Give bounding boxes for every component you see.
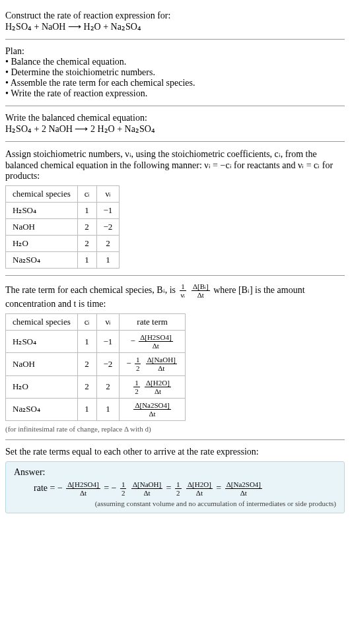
cell: 1 bbox=[77, 331, 96, 353]
frac-den: 2 bbox=[120, 489, 127, 497]
col-header: νᵢ bbox=[96, 314, 120, 331]
divider bbox=[5, 106, 345, 106]
cell: −2 bbox=[96, 219, 120, 236]
fraction: Δ[NaOH] Δt bbox=[131, 480, 162, 497]
frac-den: Δt bbox=[133, 410, 170, 418]
cell: 1 bbox=[96, 252, 120, 269]
plan-item: • Balance the chemical equation. bbox=[5, 57, 345, 67]
cell-rate: 1 2 Δ[H2O] Δt bbox=[120, 375, 185, 398]
sign: − bbox=[126, 358, 131, 368]
frac-den: Δt bbox=[139, 342, 172, 350]
plan-item: • Assemble the rate term for each chemic… bbox=[5, 78, 345, 88]
frac-num: 1 bbox=[135, 356, 141, 364]
balanced-equation: H₂SO₄ + 2 NaOH ⟶ 2 H₂O + Na₂SO₄ bbox=[5, 123, 345, 135]
cell: NaOH bbox=[6, 353, 78, 375]
rate-lead: rate = − bbox=[34, 483, 63, 493]
final-section: Set the rate terms equal to each other t… bbox=[5, 447, 345, 513]
table-row: H₂SO₄ 1 −1 bbox=[6, 203, 120, 219]
plan-heading: Plan: bbox=[5, 46, 345, 57]
cell-rate: Δ[Na2SO4] Δt bbox=[120, 398, 185, 420]
frac-num: Δ[H2O] bbox=[145, 379, 171, 387]
cell: H₂SO₄ bbox=[6, 203, 78, 219]
frac-den: Δt bbox=[145, 387, 171, 395]
fraction: Δ[H2O] Δt bbox=[186, 480, 213, 497]
frac-num: Δ[NaOH] bbox=[131, 480, 162, 489]
cell: 1 bbox=[77, 252, 96, 269]
cell: 1 bbox=[96, 398, 120, 420]
table-row: NaOH 2 −2 bbox=[6, 219, 120, 236]
frac-den: 2 bbox=[135, 364, 141, 372]
table-row: H₂O 2 2 1 2 Δ[H2O] Δt bbox=[6, 375, 186, 398]
table-header-row: chemical species cᵢ νᵢ bbox=[6, 186, 120, 203]
fraction: Δ[Bᵢ] Δt bbox=[192, 282, 210, 299]
cell-rate: − Δ[H2SO4] Δt bbox=[120, 331, 185, 353]
col-header: chemical species bbox=[6, 186, 78, 203]
cell: H₂SO₄ bbox=[6, 331, 78, 353]
frac-den: Δt bbox=[131, 489, 162, 497]
frac-den: Δt bbox=[225, 489, 262, 497]
sign: − bbox=[131, 336, 135, 346]
col-header: νᵢ bbox=[96, 186, 120, 203]
answer-rate-expression: rate = − Δ[H2SO4] Δt = − 1 2 Δ[NaOH] Δt … bbox=[14, 480, 336, 497]
cell: Na₂SO₄ bbox=[6, 252, 78, 269]
answer-note: (assuming constant volume and no accumul… bbox=[14, 499, 336, 507]
col-header: cᵢ bbox=[77, 186, 96, 203]
answer-label: Answer: bbox=[14, 467, 336, 478]
cell: 2 bbox=[77, 375, 96, 398]
frac-num: Δ[NaOH] bbox=[146, 356, 177, 364]
stoich-section: Assign stoichiometric numbers, νᵢ, using… bbox=[5, 148, 345, 269]
cell: −2 bbox=[96, 353, 120, 375]
cell: 2 bbox=[96, 375, 120, 398]
fraction-coef: 1 2 bbox=[120, 480, 127, 497]
fraction: Δ[Na2SO4] Δt bbox=[225, 480, 262, 497]
frac-num: 1 bbox=[120, 480, 127, 489]
plan-section: Plan: • Balance the chemical equation. •… bbox=[5, 46, 345, 99]
frac-num: Δ[Na2SO4] bbox=[133, 401, 170, 410]
divider bbox=[5, 439, 345, 440]
cell: 1 bbox=[77, 398, 96, 420]
table-row: H₂SO₄ 1 −1 − Δ[H2SO4] Δt bbox=[6, 331, 186, 353]
rate-term-text-1: The rate term for each chemical species,… bbox=[5, 285, 178, 295]
equals: = bbox=[166, 483, 174, 493]
final-text: Set the rate terms equal to each other t… bbox=[5, 447, 345, 457]
balanced-heading: Write the balanced chemical equation: bbox=[5, 113, 345, 123]
frac-den: Δt bbox=[66, 489, 100, 497]
fraction-coef: 1 2 bbox=[133, 379, 140, 395]
frac-den: Δt bbox=[186, 489, 213, 497]
frac-den: Δt bbox=[146, 364, 177, 372]
cell: 2 bbox=[77, 353, 96, 375]
stoich-text: Assign stoichiometric numbers, νᵢ, using… bbox=[5, 148, 345, 181]
frac-num: Δ[H2O] bbox=[186, 480, 213, 489]
plan-item: • Write the rate of reaction expression. bbox=[5, 88, 345, 99]
cell: Na₂SO₄ bbox=[6, 398, 78, 420]
plan-item: • Determine the stoichiometric numbers. bbox=[5, 67, 345, 78]
frac-den: 2 bbox=[175, 489, 182, 497]
col-header: chemical species bbox=[6, 314, 78, 331]
cell: 2 bbox=[77, 236, 96, 252]
intro-equation: H₂SO₄ + NaOH ⟶ H₂O + Na₂SO₄ bbox=[5, 21, 345, 32]
intro-section: Construct the rate of reaction expressio… bbox=[5, 11, 345, 32]
table-row: NaOH 2 −2 − 1 2 Δ[NaOH] Δt bbox=[6, 353, 186, 375]
fraction: Δ[Na2SO4] Δt bbox=[133, 401, 170, 418]
frac-den: νᵢ bbox=[180, 291, 187, 299]
fraction: 1 νᵢ bbox=[180, 282, 187, 299]
divider bbox=[5, 39, 345, 40]
frac-num: Δ[Bᵢ] bbox=[192, 282, 210, 291]
col-header: cᵢ bbox=[77, 314, 96, 331]
frac-num: Δ[H2SO4] bbox=[139, 333, 172, 342]
cell: 2 bbox=[96, 236, 120, 252]
stoich-table: chemical species cᵢ νᵢ H₂SO₄ 1 −1 NaOH 2… bbox=[5, 185, 120, 269]
fraction-coef: 1 2 bbox=[175, 480, 182, 497]
frac-num: 1 bbox=[133, 379, 140, 387]
table-row: Na₂SO₄ 1 1 Δ[Na2SO4] Δt bbox=[6, 398, 186, 420]
cell: 1 bbox=[77, 203, 96, 219]
frac-den: 2 bbox=[133, 387, 140, 395]
equals: = − bbox=[104, 483, 116, 493]
cell: H₂O bbox=[6, 375, 78, 398]
cell: H₂O bbox=[6, 236, 78, 252]
cell: −1 bbox=[96, 331, 120, 353]
answer-box: Answer: rate = − Δ[H2SO4] Δt = − 1 2 Δ[N… bbox=[5, 461, 345, 513]
fraction: Δ[NaOH] Δt bbox=[146, 356, 177, 372]
frac-den: Δt bbox=[192, 291, 210, 299]
frac-num: 1 bbox=[180, 282, 187, 291]
